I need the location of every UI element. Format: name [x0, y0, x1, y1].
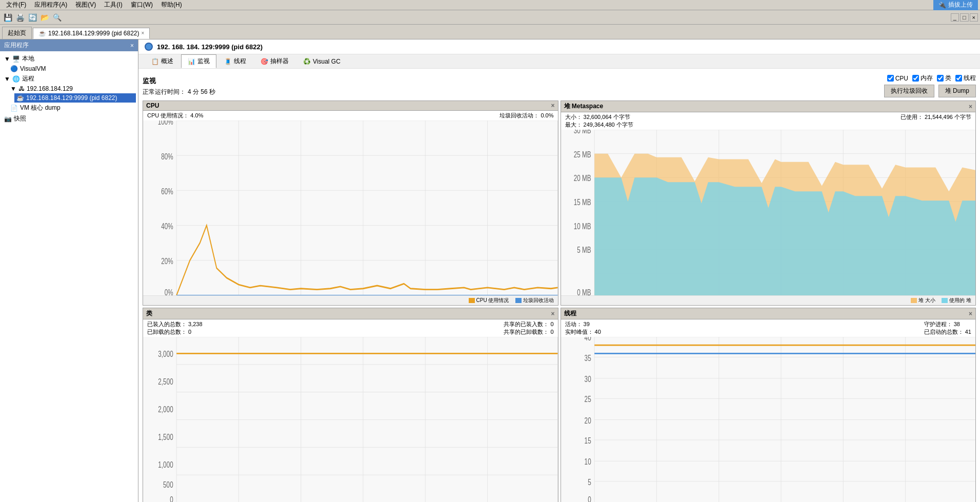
checkboxes-row: CPU 内存 类 线程: [887, 74, 976, 83]
local-icon: 🖥️: [12, 55, 20, 63]
window-close[interactable]: ×: [970, 13, 978, 22]
threads-chart-panel: 线程 × 活动： 39 实时峰值： 40: [561, 308, 976, 502]
svg-text:20%: 20%: [161, 256, 173, 266]
visualvm-icon: 🔵: [10, 65, 18, 72]
menu-tools[interactable]: 工具(I): [100, 0, 126, 10]
left-panel: 应用程序 × ▼ 🖥️ 本地 🔵 VisualVM ▼ 🌐 远程 ▼ 🖧: [0, 39, 138, 502]
menu-app[interactable]: 应用程序(A): [30, 0, 71, 10]
heap-close-button[interactable]: ×: [969, 103, 972, 110]
svg-text:60%: 60%: [161, 187, 173, 196]
subtab-visualgc[interactable]: ♻️ Visual GC: [296, 54, 347, 68]
threads-chart-area: 40 35 30 25 20 15 10 5 0: [561, 337, 976, 502]
tree-item-pid[interactable]: ☕ 192.168.184.129:9999 (pid 6822): [14, 93, 136, 103]
subtab-sampler[interactable]: 🎯 抽样器: [254, 54, 295, 68]
process-title: 192. 168. 184. 129:9999 (pid 6822): [157, 43, 263, 51]
uptime-row: 正常运行时间： 4 分 56 秒: [143, 88, 215, 96]
checkbox-memory[interactable]: 内存: [912, 74, 933, 83]
tree-item-visualvm[interactable]: 🔵 VisualVM: [8, 64, 136, 73]
expand-local-icon: ▼: [4, 55, 10, 63]
content-area: 192. 168. 184. 129:9999 (pid 6822) 📋 概述 …: [138, 39, 980, 502]
java-icon: ☕: [38, 30, 46, 37]
subtab-monitor[interactable]: 📊 监视: [181, 54, 216, 68]
toolbar: 💾 🖨️ 🔄 📂 🔍 _ □ ×: [0, 10, 980, 25]
menu-help[interactable]: 帮助(H): [157, 0, 186, 10]
cpu-chart-area: 100% 80% 60% 40% 20% 0%: [143, 121, 558, 295]
dump-button[interactable]: 堆 Dump: [938, 85, 976, 97]
svg-text:30 MB: 30 MB: [573, 130, 591, 135]
toolbar-search[interactable]: 🔍: [51, 12, 63, 23]
tree-item-local[interactable]: ▼ 🖥️ 本地: [2, 53, 136, 64]
classes-close-button[interactable]: ×: [551, 310, 554, 317]
visualgc-icon: ♻️: [303, 58, 311, 65]
toolbar-print[interactable]: 🖨️: [14, 12, 26, 23]
subtab-overview[interactable]: 📋 概述: [145, 54, 180, 68]
tab-start[interactable]: 起始页: [2, 27, 32, 39]
classes-stats: 已装入的总数： 3,238 已卸载的总数： 0 共享的已装入: [143, 319, 558, 337]
svg-text:0 MB: 0 MB: [577, 288, 591, 295]
classes-chart-header: 类 ×: [143, 308, 558, 319]
gc-button[interactable]: 执行垃圾回收: [884, 85, 934, 97]
remote-icon: 🌐: [12, 75, 20, 83]
expand-ip-icon: ▼: [10, 85, 16, 92]
svg-text:20: 20: [584, 416, 591, 425]
svg-text:15 MB: 15 MB: [573, 197, 591, 207]
checkbox-cpu[interactable]: CPU: [887, 75, 908, 82]
monitor-icon: 📊: [188, 58, 195, 65]
heap-chart-area: 30 MB 25 MB 20 MB 15 MB 10 MB 5 MB 0 MB: [561, 130, 976, 295]
ip-icon: 🖧: [18, 85, 25, 92]
svg-text:20 MB: 20 MB: [573, 174, 591, 183]
heap-chart-header: 堆 Metaspace ×: [561, 101, 976, 112]
subtab-threads[interactable]: 🧵 线程: [217, 54, 253, 68]
svg-text:1,000: 1,000: [158, 460, 173, 469]
window-max[interactable]: □: [960, 13, 969, 22]
tree-item-ip[interactable]: ▼ 🖧 192.168.184.129: [8, 84, 136, 93]
tree-item-snapshot[interactable]: 📷 快照: [2, 113, 136, 124]
checkbox-classes[interactable]: 类: [937, 74, 951, 83]
vmdump-icon: 📄: [10, 105, 18, 112]
checkbox-threads[interactable]: 线程: [955, 74, 976, 83]
tab-remote[interactable]: ☕ 192.168.184.129:9999 (pid 6822) ×: [33, 28, 150, 39]
window-min[interactable]: _: [951, 13, 959, 22]
classes-chart-area: 3,000 2,500 2,000 1,500 1,000 500 0: [143, 337, 558, 502]
sub-tabs: 📋 概述 📊 监视 🧵 线程 🎯 抽样器 ♻️ Visual GC: [138, 54, 980, 69]
charts-grid: CPU × CPU 使用情况： 4.0% 垃圾回收活动： 0.0%: [143, 101, 976, 502]
svg-text:10: 10: [584, 457, 591, 467]
tabs-bar: 起始页 ☕ 192.168.184.129:9999 (pid 6822) ×: [0, 25, 980, 39]
menubar: 文件(F) 应用程序(A) 视图(V) 工具(I) 窗口(W) 帮助(H) 🔌 …: [0, 0, 980, 10]
tree-area: ▼ 🖥️ 本地 🔵 VisualVM ▼ 🌐 远程 ▼ 🖧 192.168.18…: [0, 51, 138, 502]
heap-stats: 大小： 32,600,064 个字节 最大： 249,364,480 个字节 已…: [561, 112, 976, 130]
main-container: 应用程序 × ▼ 🖥️ 本地 🔵 VisualVM ▼ 🌐 远程 ▼ 🖧: [0, 39, 980, 502]
toolbar-open[interactable]: 📂: [39, 12, 50, 23]
uptime-label: 正常运行时间：: [143, 88, 186, 96]
tab-close-icon[interactable]: ×: [142, 30, 145, 36]
svg-text:0: 0: [588, 495, 591, 502]
menu-file[interactable]: 文件(F): [2, 0, 30, 10]
svg-text:35: 35: [584, 353, 591, 363]
toolbar-refresh[interactable]: 🔄: [27, 12, 38, 23]
svg-text:40: 40: [584, 337, 591, 343]
monitor-content: 监视 正常运行时间： 4 分 56 秒 CPU 内存: [138, 69, 980, 502]
tree-item-vmdump[interactable]: 📄 VM 核心 dump: [8, 103, 136, 113]
svg-text:1,500: 1,500: [158, 432, 173, 441]
expand-remote-icon: ▼: [4, 75, 10, 83]
svg-text:80%: 80%: [161, 152, 173, 162]
cpu-gc-color: [515, 298, 522, 303]
menu-view[interactable]: 视图(V): [71, 0, 100, 10]
threads-close-button[interactable]: ×: [969, 310, 972, 317]
heap-used-color: [942, 298, 948, 303]
left-panel-header: 应用程序 ×: [0, 39, 138, 51]
left-panel-close[interactable]: ×: [130, 42, 134, 49]
heap-chart-panel: 堆 Metaspace × 大小： 32,600,064 个字节 最大：: [561, 101, 976, 306]
svg-text:2,000: 2,000: [158, 405, 173, 414]
snapshot-icon: 📷: [4, 115, 12, 123]
classes-chart-svg: 3,000 2,500 2,000 1,500 1,000 500 0: [143, 337, 558, 502]
tree-item-remote[interactable]: ▼ 🌐 远程: [2, 73, 136, 84]
process-header: 192. 168. 184. 129:9999 (pid 6822): [138, 39, 980, 54]
sampler-icon: 🎯: [261, 58, 268, 65]
menu-window[interactable]: 窗口(W): [127, 0, 157, 10]
toolbar-save[interactable]: 💾: [2, 12, 13, 23]
threads-icon: 🧵: [224, 58, 232, 65]
connect-button[interactable]: 🔌 插拔上传: [933, 0, 978, 10]
heap-legend: 堆 大小 使用的 堆: [561, 295, 976, 305]
cpu-close-button[interactable]: ×: [551, 102, 554, 109]
